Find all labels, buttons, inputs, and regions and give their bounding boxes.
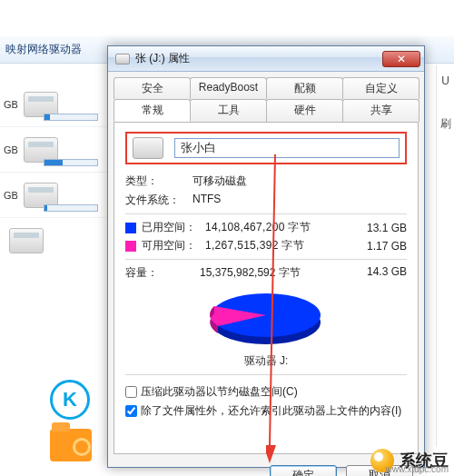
index-checkbox[interactable] [125,405,137,417]
used-bytes: 14,108,467,200 字节 [205,220,350,235]
drive-icon [115,54,130,64]
tab-general[interactable]: 常规 [114,99,191,122]
cap-bytes: 15,375,982,592 字节 [200,265,356,281]
app-shortcut-k[interactable]: K [50,380,97,427]
compress-checkbox-row[interactable]: 压缩此驱动器以节约磁盘空间(C) [125,384,407,400]
tab-quota[interactable]: 配额 [266,77,343,99]
drive-size-label: GB [4,144,18,155]
tab-tools[interactable]: 工具 [190,99,267,122]
watermark-url: www.xtdpc.com [386,464,449,474]
close-button[interactable]: ✕ [382,51,420,67]
drive-item[interactable]: GB [0,127,118,173]
separator [125,213,407,214]
separator [125,374,407,375]
drive-item[interactable]: GB [0,173,118,218]
drive-properties-dialog: 张 (J:) 属性 ✕ 安全 ReadyBoost 配额 自定义 常规 工具 硬… [107,45,425,468]
watermark: 系统豆 www.xtdpc.com [370,449,449,472]
drive-size-label: GB [4,99,18,110]
toolbar-map-drive[interactable]: 映射网络驱动器 [5,42,82,57]
folder-shortcut[interactable] [50,429,97,476]
dialog-tabs: 安全 ReadyBoost 配额 自定义 常规 工具 硬件 共享 [108,72,424,122]
compress-label: 压缩此驱动器以节约磁盘空间(C) [141,384,298,400]
tab-security[interactable]: 安全 [114,77,191,99]
type-key: 类型： [125,174,183,189]
drive-item[interactable] [0,218,118,263]
dialog-titlebar[interactable]: 张 (J:) 属性 ✕ [108,46,424,72]
dialog-title: 张 (J:) 属性 [135,51,377,66]
tab-readyboost[interactable]: ReadyBoost [190,77,267,99]
drive-size-label: GB [4,190,18,201]
right-label-1: U [437,74,454,87]
tab-customize[interactable]: 自定义 [342,77,419,99]
used-label: 已用空间： [142,220,200,235]
tab-sharing[interactable]: 共享 [342,99,419,122]
fs-key: 文件系统： [125,193,183,208]
ok-button[interactable]: 确定 [270,465,337,476]
cap-label: 容量： [125,265,200,281]
pie-caption: 驱动器 J: [125,353,407,369]
separator [125,259,407,260]
drive-list: GB GB GB [0,82,118,263]
explorer-right-strip: U 刷 [436,65,454,447]
drive-usage-bar [44,114,98,121]
right-label-2: 刷 [437,116,454,132]
type-val: 可移动磁盘 [192,174,247,189]
drive-label-input[interactable] [174,138,400,158]
hdd-icon [9,228,44,253]
drive-icon [133,137,163,159]
compress-checkbox[interactable] [125,386,137,398]
used-swatch [125,223,136,233]
free-swatch [125,241,136,252]
free-bytes: 1,267,515,392 字节 [205,238,350,253]
free-label: 可用空间： [142,238,200,253]
general-panel: 类型： 可移动磁盘 文件系统： NTFS 已用空间： 14,108,467,20… [114,122,419,454]
index-label: 除了文件属性外，还允许索引此驱动器上文件的内容(I) [141,403,401,419]
k-letter: K [63,388,77,412]
cap-human: 14.3 GB [356,265,407,281]
space-pie-chart [125,288,407,352]
drive-item[interactable]: GB [0,82,118,127]
index-checkbox-row[interactable]: 除了文件属性外，还允许索引此驱动器上文件的内容(I) [125,403,407,419]
drive-name-row [125,132,407,164]
free-human: 1.17 GB [356,240,407,253]
used-human: 13.1 GB [356,222,407,234]
drive-usage-bar [44,159,98,166]
fs-val: NTFS [192,193,221,208]
drive-usage-bar [44,204,98,212]
tab-hardware[interactable]: 硬件 [266,99,343,122]
